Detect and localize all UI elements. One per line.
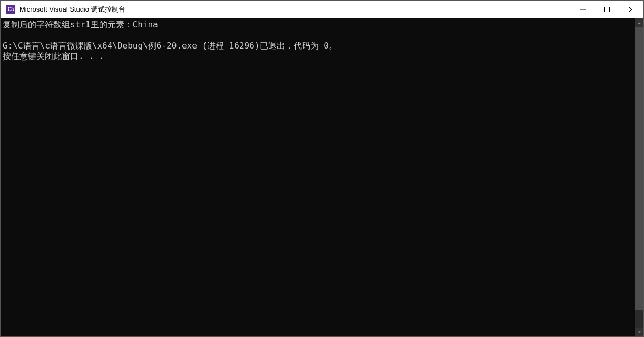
console-area: 复制后的字符数组str1里的元素：China G:\C语言\c语言微课版\x64… [1, 18, 643, 336]
app-window: C:\ Microsoft Visual Studio 调试控制台 复制后的字符… [0, 0, 644, 337]
close-icon [629, 7, 634, 12]
app-icon-text: C:\ [8, 6, 13, 12]
window-controls [571, 1, 643, 18]
scroll-down-button[interactable] [635, 328, 643, 336]
chevron-down-icon [637, 330, 641, 334]
window-title: Microsoft Visual Studio 调试控制台 [19, 5, 571, 14]
minimize-icon [580, 7, 586, 12]
close-button[interactable] [619, 1, 643, 18]
console-output[interactable]: 复制后的字符数组str1里的元素：China G:\C语言\c语言微课版\x64… [1, 18, 635, 336]
vertical-scrollbar[interactable] [635, 18, 643, 336]
scroll-up-button[interactable] [635, 18, 643, 27]
scrollbar-track[interactable] [635, 27, 643, 328]
titlebar[interactable]: C:\ Microsoft Visual Studio 调试控制台 [1, 1, 643, 18]
maximize-icon [604, 7, 610, 12]
svg-rect-1 [605, 7, 610, 12]
scrollbar-thumb[interactable] [635, 27, 643, 310]
chevron-up-icon [637, 21, 641, 25]
app-icon: C:\ [6, 5, 15, 14]
minimize-button[interactable] [571, 1, 595, 18]
maximize-button[interactable] [595, 1, 619, 18]
